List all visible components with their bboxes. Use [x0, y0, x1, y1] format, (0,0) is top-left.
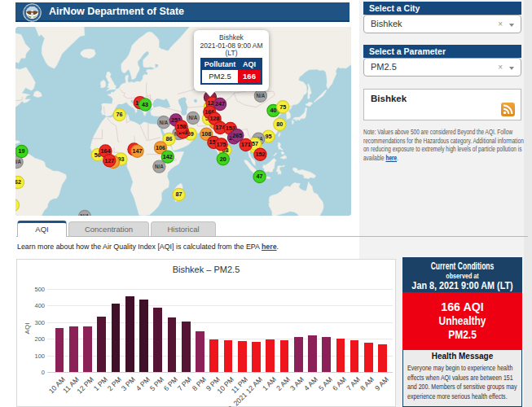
svg-text:106: 106 [156, 144, 165, 151]
svg-text:86: 86 [165, 135, 172, 142]
svg-text:N/A: N/A [155, 164, 164, 169]
svg-text:164: 164 [100, 147, 110, 155]
svg-text:40: 40 [270, 107, 277, 114]
svg-text:43: 43 [142, 101, 148, 108]
svg-text:62: 62 [15, 178, 21, 186]
svg-text:47: 47 [257, 173, 263, 180]
svg-text:75: 75 [279, 103, 286, 111]
svg-text:152: 152 [255, 151, 265, 158]
svg-text:N/A: N/A [81, 213, 90, 216]
svg-text:127: 127 [104, 157, 114, 164]
svg-text:57: 57 [252, 140, 258, 147]
svg-text:171: 171 [241, 141, 251, 148]
svg-text:20: 20 [220, 155, 226, 163]
svg-text:N/A: N/A [256, 93, 265, 98]
svg-text:87: 87 [176, 190, 182, 198]
svg-text:128: 128 [210, 115, 220, 122]
svg-text:N/A: N/A [160, 120, 169, 125]
svg-text:158: 158 [177, 123, 187, 130]
svg-text:N/A: N/A [189, 115, 198, 120]
svg-text:142: 142 [163, 153, 173, 160]
svg-text:147: 147 [133, 147, 143, 155]
svg-text:N/A: N/A [15, 159, 21, 164]
svg-text:76: 76 [117, 111, 123, 118]
svg-text:247: 247 [215, 100, 225, 107]
svg-text:19: 19 [19, 147, 25, 155]
svg-text:95: 95 [266, 133, 272, 140]
svg-text:175: 175 [217, 141, 226, 148]
svg-text:108: 108 [201, 130, 211, 138]
svg-text:265: 265 [232, 132, 242, 139]
svg-text:80: 80 [276, 120, 283, 128]
svg-text:174: 174 [215, 124, 225, 131]
